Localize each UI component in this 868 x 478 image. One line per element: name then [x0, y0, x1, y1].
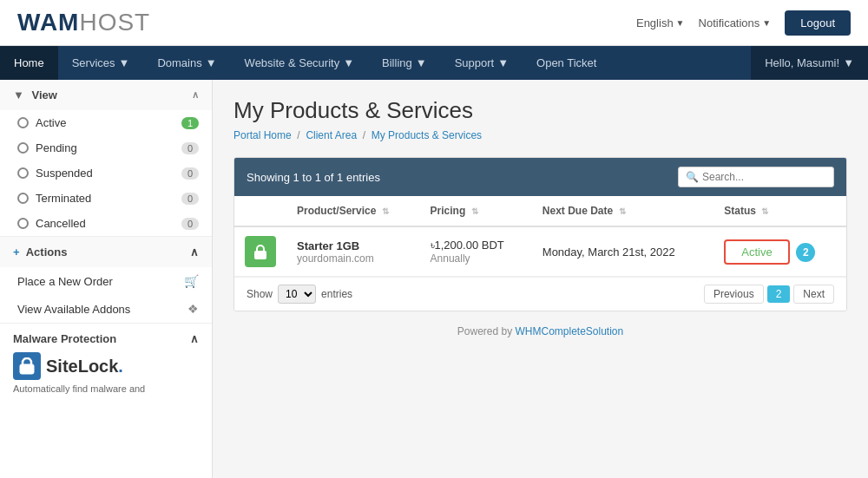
sitelock-dot: .: [118, 357, 123, 376]
website-security-arrow-icon: ▼: [343, 56, 354, 69]
radio-active-icon: [17, 117, 29, 128]
breadcrumb-portal-home[interactable]: Portal Home: [233, 129, 292, 141]
table-bottom-bar: Show 10 25 50 entries Previous 2 Next: [234, 277, 846, 311]
filter-suspended[interactable]: Suspended 0: [0, 160, 212, 186]
col-due-date: Next Due Date ⇅: [532, 196, 713, 226]
search-input[interactable]: [702, 171, 826, 183]
sort-duedate-icon[interactable]: ⇅: [619, 206, 626, 216]
filter-active-count: 1: [181, 117, 199, 129]
filter-icon: ▼: [13, 88, 24, 101]
user-arrow-icon: ▼: [843, 56, 854, 69]
sidebar-actions-section: + Actions ∧ Place a New Order 🛒 View Ava…: [0, 237, 212, 324]
filter-pending[interactable]: Pending 0: [0, 135, 212, 160]
sidebar-malware-section: Malware Protection ∧ SiteLock. Automatic…: [0, 324, 212, 403]
nav-home[interactable]: Home: [0, 46, 58, 80]
logo-host: HOST: [79, 9, 150, 36]
nav-open-ticket[interactable]: Open Ticket: [523, 46, 610, 80]
service-domain: yourdomain.com: [297, 252, 410, 265]
sort-pricing-icon[interactable]: ⇅: [471, 206, 478, 216]
services-arrow-icon: ▼: [119, 56, 130, 69]
due-date: Monday, March 21st, 2022: [542, 246, 703, 259]
products-table-wrapper: Showing 1 to 1 of 1 entries 🔍 Product/Se…: [233, 157, 847, 311]
row-duedate-cell: Monday, March 21st, 2022: [532, 226, 713, 277]
entries-per-page-select[interactable]: 10 25 50: [278, 285, 316, 304]
view-chevron-icon: ∧: [192, 89, 199, 101]
pagination-page-2[interactable]: 2: [767, 285, 791, 303]
row-icon-cell: [234, 226, 286, 277]
notifications-arrow-icon: ▼: [762, 18, 771, 28]
logout-button[interactable]: Logout: [785, 10, 851, 36]
malware-description: Automatically find malware and: [13, 383, 199, 394]
table-row: Starter 1GB yourdomain.com ৳1,200.00 BDT…: [234, 226, 846, 277]
actions-chevron-icon: ∧: [190, 246, 199, 259]
col-status: Status ⇅: [713, 196, 846, 226]
showing-label: Showing 1 to 1 of 1 entries: [247, 171, 380, 184]
nav-support[interactable]: Support ▼: [441, 46, 523, 80]
radio-pending-icon: [17, 142, 29, 154]
table-top-bar: Showing 1 to 1 of 1 entries 🔍: [234, 158, 846, 196]
search-icon: 🔍: [686, 171, 699, 183]
nav-domains[interactable]: Domains ▼: [143, 46, 230, 80]
row-status-cell: Active 2: [713, 226, 846, 277]
top-right-actions: English ▼ Notifications ▼ Logout: [636, 10, 851, 36]
sidebar: ▼ View ∧ Active 1 Pending 0: [0, 80, 213, 478]
search-box[interactable]: 🔍: [678, 167, 834, 187]
products-table: Product/Service ⇅ Pricing ⇅ Next Due Dat…: [234, 196, 846, 277]
badge-2: 2: [796, 243, 815, 262]
nav-user-menu[interactable]: Hello, Masumi! ▼: [751, 46, 868, 80]
status-active-button[interactable]: Active: [724, 239, 789, 265]
logo: WAMHOST: [17, 9, 150, 36]
sidebar-actions-header: + Actions ∧: [0, 237, 212, 267]
language-selector[interactable]: English ▼: [636, 16, 685, 29]
service-name: Starter 1GB: [297, 239, 410, 252]
radio-terminated-icon: [17, 193, 29, 204]
notifications-button[interactable]: Notifications ▼: [699, 16, 772, 29]
col-product: Product/Service ⇅: [286, 196, 420, 226]
domains-arrow-icon: ▼: [206, 56, 217, 69]
pagination-previous[interactable]: Previous: [704, 285, 764, 304]
filter-pending-count: 0: [181, 142, 199, 154]
action-place-order[interactable]: Place a New Order 🛒: [0, 267, 212, 295]
nav-website-security[interactable]: Website & Security ▼: [231, 46, 368, 80]
pagination: Previous 2 Next: [704, 285, 834, 304]
malware-chevron-icon: ∧: [190, 332, 199, 345]
action-view-addons[interactable]: View Available Addons ❖: [0, 295, 212, 323]
filter-suspended-count: 0: [181, 167, 199, 180]
svg-rect-1: [254, 251, 266, 259]
breadcrumb-current[interactable]: My Products & Services: [372, 129, 482, 141]
service-icon: [245, 236, 276, 267]
nav-billing[interactable]: Billing ▼: [368, 46, 441, 80]
svg-rect-0: [20, 364, 34, 374]
nav-left: Home Services ▼ Domains ▼ Website & Secu…: [0, 46, 610, 80]
filter-terminated[interactable]: Terminated 0: [0, 186, 212, 211]
filter-cancelled[interactable]: Cancelled 0: [0, 211, 212, 236]
nav-services[interactable]: Services ▼: [58, 46, 144, 80]
nav-bar: Home Services ▼ Domains ▼ Website & Secu…: [0, 46, 868, 80]
language-arrow-icon: ▼: [676, 18, 685, 28]
support-arrow-icon: ▼: [497, 56, 509, 69]
whm-link[interactable]: WHMCompleteSolution: [515, 325, 623, 337]
plus-icon: +: [13, 246, 20, 259]
col-pricing: Pricing ⇅: [420, 196, 532, 226]
sidebar-view-header: ▼ View ∧: [0, 80, 212, 110]
price-amount: ৳1,200.00 BDT: [431, 239, 522, 252]
malware-header: Malware Protection ∧: [13, 332, 199, 345]
sidebar-view-section: ▼ View ∧ Active 1 Pending 0: [0, 80, 212, 237]
radio-suspended-icon: [17, 167, 29, 179]
row-pricing-cell: ৳1,200.00 BDT Annually: [420, 226, 532, 277]
sitelock-icon: [13, 352, 41, 380]
pagination-next[interactable]: Next: [793, 285, 834, 304]
breadcrumb-client-area[interactable]: Client Area: [306, 129, 357, 141]
sort-product-icon[interactable]: ⇅: [382, 206, 389, 216]
sitelock-logo: SiteLock.: [13, 352, 199, 380]
breadcrumb: Portal Home / Client Area / My Products …: [233, 129, 847, 141]
filter-terminated-count: 0: [181, 193, 199, 205]
page-title: My Products & Services: [233, 97, 847, 124]
show-entries: Show 10 25 50 entries: [247, 285, 352, 304]
row-product-cell: Starter 1GB yourdomain.com: [286, 226, 420, 277]
col-icon: [234, 196, 286, 226]
powered-by: Powered by WHMCompleteSolution: [233, 325, 847, 337]
sort-status-icon[interactable]: ⇅: [761, 206, 768, 216]
filter-cancelled-count: 0: [181, 218, 199, 230]
filter-active[interactable]: Active 1: [0, 110, 212, 135]
